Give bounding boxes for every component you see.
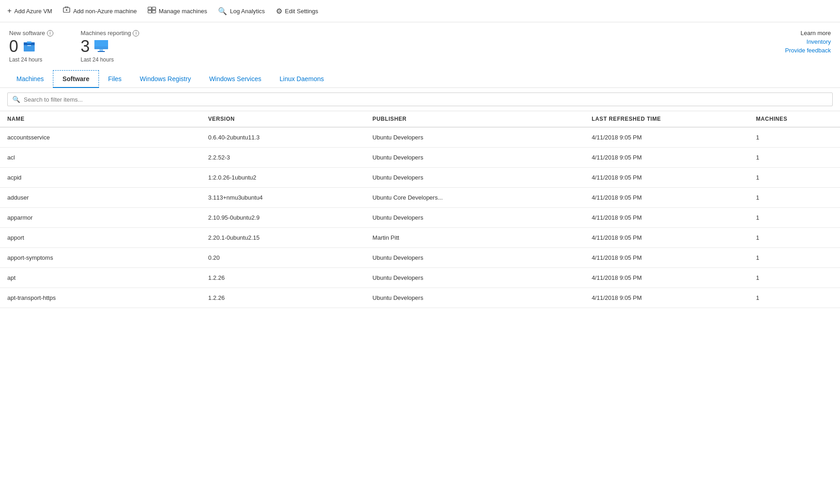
edit-settings-button[interactable]: ⚙ Edit Settings: [276, 5, 318, 17]
cell-name-3: adduser: [0, 188, 201, 208]
cell-version-7: 1.2.26: [201, 268, 365, 288]
cell-publisher-6: Ubuntu Developers: [365, 248, 585, 268]
cell-refreshed-5: 4/11/2018 9:05 PM: [584, 228, 748, 248]
log-analytics-icon: 🔍: [218, 7, 227, 15]
add-azure-vm-button[interactable]: + Add Azure VM: [7, 5, 52, 17]
add-non-azure-icon: [63, 6, 70, 15]
table-row: apport-symptoms 0.20 Ubuntu Developers 4…: [0, 248, 840, 268]
svg-rect-7: [27, 41, 31, 43]
software-table: NAME VERSION PUBLISHER LAST REFRESHED TI…: [0, 111, 840, 308]
manage-machines-label: Manage machines: [159, 8, 207, 15]
cell-machines-8: 1: [749, 288, 840, 308]
col-header-machines: MACHINES: [749, 111, 840, 127]
cell-machines-5: 1: [749, 228, 840, 248]
new-software-value: 0: [9, 38, 18, 55]
col-header-name: NAME: [0, 111, 201, 127]
log-analytics-label: Log Analytics: [230, 8, 265, 15]
cell-refreshed-8: 4/11/2018 9:05 PM: [584, 288, 748, 308]
cell-refreshed-2: 4/11/2018 9:05 PM: [584, 168, 748, 188]
log-analytics-button[interactable]: 🔍 Log Analytics: [218, 5, 265, 17]
cell-machines-1: 1: [749, 148, 840, 168]
edit-settings-label: Edit Settings: [285, 8, 318, 15]
svg-rect-11: [99, 49, 103, 51]
new-software-info-icon[interactable]: i: [47, 30, 53, 36]
cell-machines-2: 1: [749, 168, 840, 188]
cell-refreshed-0: 4/11/2018 9:05 PM: [584, 127, 748, 148]
tab-linux-daemons[interactable]: Linux Daemons: [270, 71, 333, 87]
cell-machines-7: 1: [749, 268, 840, 288]
cell-version-3: 3.113+nmu3ubuntu4: [201, 188, 365, 208]
cell-version-0: 0.6.40-2ubuntu11.3: [201, 127, 365, 148]
cell-version-4: 2.10.95-0ubuntu2.9: [201, 208, 365, 228]
svg-rect-3: [148, 10, 151, 13]
search-box: 🔍: [7, 93, 833, 106]
search-input[interactable]: [24, 96, 828, 103]
cell-publisher-2: Ubuntu Developers: [365, 168, 585, 188]
toolbar: + Add Azure VM Add non-Azure machine Man…: [0, 0, 840, 22]
add-icon: +: [7, 7, 11, 15]
col-header-publisher: PUBLISHER: [365, 111, 585, 127]
svg-rect-12: [98, 51, 105, 52]
edit-settings-icon: ⚙: [276, 7, 282, 15]
cell-name-0: accountsservice: [0, 127, 201, 148]
cell-name-2: acpid: [0, 168, 201, 188]
search-icon: 🔍: [12, 96, 20, 103]
cell-publisher-3: Ubuntu Core Developers...: [365, 188, 585, 208]
col-header-version: VERSION: [201, 111, 365, 127]
provide-feedback-link[interactable]: Provide feedback: [785, 47, 831, 54]
new-software-sublabel: Last 24 hours: [9, 57, 53, 63]
machines-reporting-value: 3: [81, 38, 90, 55]
cell-machines-3: 1: [749, 188, 840, 208]
cell-name-7: apt: [0, 268, 201, 288]
machines-reporting-sublabel: Last 24 hours: [81, 57, 140, 63]
manage-machines-button[interactable]: Manage machines: [148, 5, 207, 17]
cell-publisher-5: Martin Pitt: [365, 228, 585, 248]
new-software-label: New software: [9, 30, 45, 36]
tab-windows-registry[interactable]: Windows Registry: [131, 71, 200, 87]
table-row: apt-transport-https 1.2.26 Ubuntu Develo…: [0, 288, 840, 308]
cell-refreshed-7: 4/11/2018 9:05 PM: [584, 268, 748, 288]
table-header-row: NAME VERSION PUBLISHER LAST REFRESHED TI…: [0, 111, 840, 127]
svg-rect-2: [152, 7, 156, 10]
learn-more-label: Learn more: [801, 30, 831, 36]
machines-reporting-info-icon[interactable]: i: [133, 30, 139, 36]
table-row: acpid 1:2.0.26-1ubuntu2 Ubuntu Developer…: [0, 168, 840, 188]
table-row: apparmor 2.10.95-0ubuntu2.9 Ubuntu Devel…: [0, 208, 840, 228]
cell-version-5: 2.20.1-0ubuntu2.15: [201, 228, 365, 248]
cell-machines-4: 1: [749, 208, 840, 228]
stats-row: New software i 0 Last 24 hours Machines …: [0, 22, 840, 70]
cell-name-5: apport: [0, 228, 201, 248]
cell-publisher-7: Ubuntu Developers: [365, 268, 585, 288]
tab-windows-services[interactable]: Windows Services: [200, 71, 270, 87]
cell-refreshed-1: 4/11/2018 9:05 PM: [584, 148, 748, 168]
cell-name-1: acl: [0, 148, 201, 168]
table-row: acl 2.2.52-3 Ubuntu Developers 4/11/2018…: [0, 148, 840, 168]
cell-refreshed-6: 4/11/2018 9:05 PM: [584, 248, 748, 268]
tab-files[interactable]: Files: [99, 71, 131, 87]
add-azure-vm-label: Add Azure VM: [14, 8, 52, 15]
table-row: adduser 3.113+nmu3ubuntu4 Ubuntu Core De…: [0, 188, 840, 208]
machines-reporting-label: Machines reporting: [81, 30, 131, 36]
tab-software[interactable]: Software: [53, 70, 99, 88]
table-row: apt 1.2.26 Ubuntu Developers 4/11/2018 9…: [0, 268, 840, 288]
manage-machines-icon: [148, 7, 156, 15]
search-container: 🔍: [0, 88, 840, 111]
col-header-refreshed: LAST REFRESHED TIME: [584, 111, 748, 127]
svg-rect-8: [27, 45, 31, 46]
cell-name-6: apport-symptoms: [0, 248, 201, 268]
new-software-stat: New software i 0 Last 24 hours: [9, 30, 53, 63]
cell-publisher-8: Ubuntu Developers: [365, 288, 585, 308]
svg-rect-10: [94, 40, 108, 46]
inventory-link[interactable]: Inventory: [807, 38, 831, 45]
new-software-icon: [22, 39, 36, 55]
table-row: apport 2.20.1-0ubuntu2.15 Martin Pitt 4/…: [0, 228, 840, 248]
tab-machines[interactable]: Machines: [7, 71, 53, 87]
cell-name-4: apparmor: [0, 208, 201, 228]
table-row: accountsservice 0.6.40-2ubuntu11.3 Ubunt…: [0, 127, 840, 148]
add-non-azure-button[interactable]: Add non-Azure machine: [63, 5, 136, 17]
add-non-azure-label: Add non-Azure machine: [73, 8, 136, 15]
cell-machines-0: 1: [749, 127, 840, 148]
cell-version-1: 2.2.52-3: [201, 148, 365, 168]
cell-name-8: apt-transport-https: [0, 288, 201, 308]
cell-publisher-4: Ubuntu Developers: [365, 208, 585, 228]
